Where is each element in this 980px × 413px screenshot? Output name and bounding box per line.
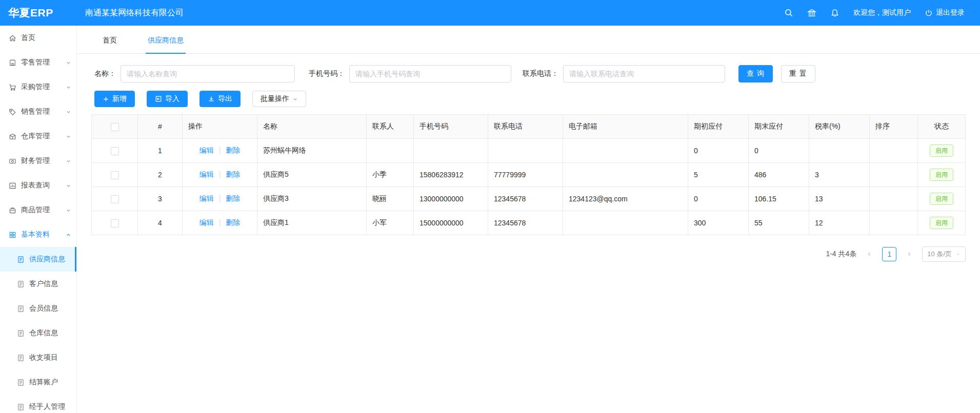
delete-link[interactable]: 删除 <box>226 170 240 178</box>
app-header: 华夏ERP 南通某某网络科技有限公司 欢迎您，测试用户 退出登录 <box>0 0 980 26</box>
column-header: 期末应付 <box>749 115 809 139</box>
table-row: 3 编辑 | 删除 供应商3 晓丽 13000000000 12345678 1… <box>92 187 966 211</box>
sidebar-item[interactable]: 财务管理 <box>0 149 76 173</box>
sidebar-subitem[interactable]: 客户信息 <box>0 272 76 296</box>
cell-name: 供应商1 <box>257 211 367 235</box>
sidebar-subitem[interactable]: 供应商信息 <box>0 247 76 272</box>
chevron-down-icon <box>955 252 961 257</box>
sidebar-item[interactable]: 商品管理 <box>0 198 76 222</box>
cell-end-payable: 55 <box>749 211 809 235</box>
status-badge: 启用 <box>930 193 953 205</box>
next-page-button[interactable] <box>903 247 916 261</box>
row-checkbox[interactable] <box>111 147 119 155</box>
home-icon <box>9 34 16 42</box>
cell-tax-rate: 3 <box>809 163 870 187</box>
sidebar-subitem[interactable]: 会员信息 <box>0 296 76 321</box>
sidebar-item[interactable]: 基本资料 <box>0 222 76 247</box>
tel-filter-input[interactable] <box>563 65 725 82</box>
action-divider: | <box>219 194 221 202</box>
cell-mobile: 15000000000 <box>414 211 488 235</box>
page-number-button[interactable]: 1 <box>882 247 896 261</box>
add-button[interactable]: 新增 <box>94 91 135 107</box>
cell-contact: 小季 <box>367 163 414 187</box>
edit-link[interactable]: 编辑 <box>199 146 214 154</box>
sidebar-item-label: 仓库管理 <box>21 132 50 141</box>
select-all-checkbox[interactable] <box>111 123 119 131</box>
column-header: 税率(%) <box>809 115 870 139</box>
sidebar-item-label: 基本资料 <box>21 230 50 239</box>
row-checkbox[interactable] <box>111 219 119 228</box>
sidebar-item[interactable]: 仓库管理 <box>0 124 76 149</box>
cell-begin-payable: 0 <box>688 187 749 211</box>
sidebar-item[interactable]: 首页 <box>0 26 76 50</box>
export-icon <box>208 95 215 102</box>
warehouse-icon <box>9 133 16 140</box>
sidebar-menu: 首页 零售管理 采购管理 销售管理 仓库 <box>0 26 76 247</box>
cell-tax-rate <box>809 139 870 163</box>
delete-link[interactable]: 删除 <box>226 218 240 226</box>
edit-link[interactable]: 编辑 <box>199 170 214 178</box>
sidebar-subitem[interactable]: 收支项目 <box>0 345 76 370</box>
page-size-value: 10 条/页 <box>927 250 952 259</box>
select-all-cell <box>92 115 138 139</box>
sidebar-item-label: 采购管理 <box>21 82 50 92</box>
tab-bar: 首页 供应商信息 <box>77 26 980 54</box>
report-icon <box>9 182 16 190</box>
batch-actions-button[interactable]: 批量操作 <box>252 91 306 107</box>
sidebar-subitem[interactable]: 结算账户 <box>0 370 76 395</box>
reset-button[interactable]: 重 置 <box>781 65 815 82</box>
export-button[interactable]: 导出 <box>199 91 241 107</box>
chevron-down-icon <box>66 109 71 115</box>
table-row: 4 编辑 | 删除 供应商1 小军 15000000000 12345678 3… <box>92 211 966 235</box>
logout-icon <box>925 9 933 17</box>
sidebar-item[interactable]: 采购管理 <box>0 75 76 99</box>
sidebar-item-label: 商品管理 <box>21 205 50 215</box>
table-body: 1 编辑 | 删除 苏州蜗牛网络 0 0 <box>92 139 966 235</box>
pagination-total: 1-4 共4条 <box>826 250 856 259</box>
delete-link[interactable]: 删除 <box>226 146 240 154</box>
chevron-down-icon <box>66 60 71 66</box>
sidebar-item-label: 报表查询 <box>21 181 50 190</box>
chevron-down-icon <box>66 208 71 213</box>
logout-button[interactable]: 退出登录 <box>925 8 965 17</box>
prev-page-button[interactable] <box>863 247 876 261</box>
search-icon[interactable] <box>784 8 793 17</box>
pagination: 1-4 共4条 1 10 条/页 <box>77 246 966 262</box>
sidebar-item[interactable]: 销售管理 <box>0 99 76 124</box>
page-size-select[interactable]: 10 条/页 <box>922 246 966 262</box>
doc-icon <box>17 329 25 337</box>
sidebar-subitem[interactable]: 经手人管理 <box>0 395 76 413</box>
logout-label: 退出登录 <box>936 8 965 17</box>
import-button[interactable]: 导入 <box>147 91 188 107</box>
mobile-filter-input[interactable] <box>349 65 511 82</box>
cell-contact: 晓丽 <box>367 187 414 211</box>
column-header: # <box>138 115 183 139</box>
row-checkbox[interactable] <box>111 195 119 203</box>
sidebar-item[interactable]: 报表查询 <box>0 173 76 198</box>
platform-icon[interactable] <box>807 8 816 17</box>
row-select-cell <box>92 163 138 187</box>
app-logo: 华夏ERP <box>0 6 77 20</box>
row-checkbox[interactable] <box>111 171 119 179</box>
column-header: 名称 <box>257 115 367 139</box>
bell-icon[interactable] <box>830 8 839 17</box>
column-header: 电子邮箱 <box>563 115 688 139</box>
row-actions: 编辑 | 删除 <box>183 163 257 187</box>
query-button[interactable]: 查 询 <box>738 65 773 82</box>
tab[interactable]: 首页 <box>101 36 119 53</box>
chevron-down-icon <box>292 96 298 102</box>
cell-sort <box>870 211 918 235</box>
name-filter-input[interactable] <box>121 65 295 82</box>
cell-contact <box>367 139 414 163</box>
cell-mobile <box>414 139 488 163</box>
sidebar-subitem[interactable]: 仓库信息 <box>0 321 76 345</box>
tab[interactable]: 供应商信息 <box>146 36 186 53</box>
column-header: 操作 <box>183 115 257 139</box>
delete-link[interactable]: 删除 <box>226 194 240 202</box>
cell-status: 启用 <box>918 163 966 187</box>
sidebar-item[interactable]: 零售管理 <box>0 50 76 75</box>
edit-link[interactable]: 编辑 <box>199 194 214 202</box>
status-badge: 启用 <box>930 169 953 181</box>
edit-link[interactable]: 编辑 <box>199 218 214 226</box>
plus-icon <box>103 96 109 102</box>
